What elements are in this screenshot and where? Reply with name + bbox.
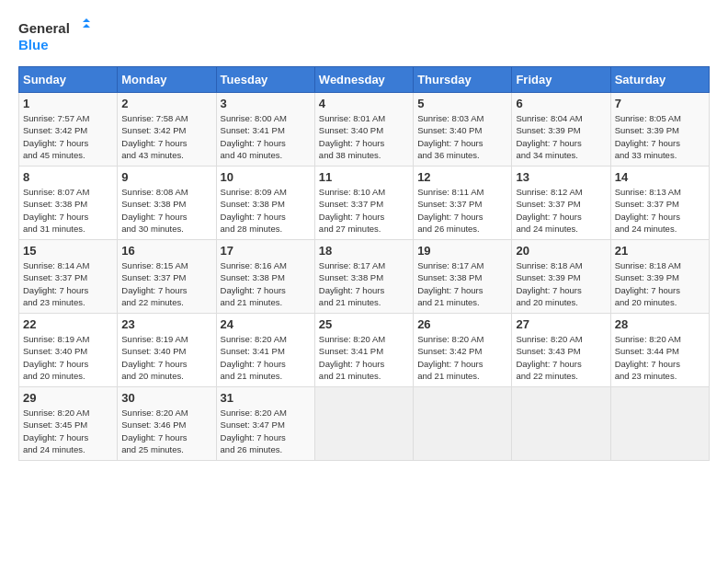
calendar-cell: 28Sunrise: 8:20 AMSunset: 3:44 PMDayligh…	[610, 314, 709, 387]
svg-marker-3	[83, 24, 90, 28]
day-info: Sunrise: 8:09 AMSunset: 3:38 PMDaylight:…	[221, 186, 311, 235]
calendar-week-row: 29Sunrise: 8:20 AMSunset: 3:45 PMDayligh…	[19, 387, 710, 461]
day-number: 17	[221, 244, 311, 258]
calendar-cell	[414, 387, 512, 461]
day-info: Sunrise: 8:19 AMSunset: 3:40 PMDaylight:…	[121, 333, 211, 382]
day-number: 8	[23, 170, 113, 184]
day-info: Sunrise: 8:19 AMSunset: 3:40 PMDaylight:…	[23, 333, 113, 382]
page-header: General Blue	[18, 18, 710, 57]
calendar-cell: 25Sunrise: 8:20 AMSunset: 3:41 PMDayligh…	[314, 314, 413, 387]
logo: General Blue	[18, 18, 92, 57]
day-number: 11	[319, 170, 409, 184]
day-number: 14	[615, 170, 705, 184]
day-info: Sunrise: 8:20 AMSunset: 3:42 PMDaylight:…	[417, 333, 507, 382]
day-header-tuesday: Tuesday	[216, 67, 314, 93]
calendar-cell: 21Sunrise: 8:18 AMSunset: 3:39 PMDayligh…	[610, 240, 709, 314]
calendar-body: 1Sunrise: 7:57 AMSunset: 3:42 PMDaylight…	[19, 93, 710, 461]
day-header-monday: Monday	[118, 67, 216, 93]
day-header-sunday: Sunday	[19, 67, 118, 93]
calendar-week-row: 1Sunrise: 7:57 AMSunset: 3:42 PMDaylight…	[19, 93, 710, 167]
day-number: 2	[121, 97, 211, 110]
day-info: Sunrise: 8:20 AMSunset: 3:46 PMDaylight:…	[121, 407, 211, 455]
day-number: 3	[221, 97, 311, 110]
svg-marker-2	[83, 18, 90, 22]
day-number: 12	[417, 170, 507, 184]
calendar-cell	[314, 387, 413, 461]
day-header-saturday: Saturday	[610, 67, 709, 93]
calendar-cell: 14Sunrise: 8:13 AMSunset: 3:37 PMDayligh…	[610, 167, 709, 240]
day-info: Sunrise: 8:08 AMSunset: 3:38 PMDaylight:…	[121, 186, 211, 235]
day-header-wednesday: Wednesday	[314, 67, 413, 93]
day-number: 4	[319, 97, 409, 110]
day-info: Sunrise: 8:18 AMSunset: 3:39 PMDaylight:…	[615, 259, 705, 308]
calendar-cell: 15Sunrise: 8:14 AMSunset: 3:37 PMDayligh…	[19, 240, 118, 314]
day-info: Sunrise: 8:18 AMSunset: 3:39 PMDaylight:…	[516, 259, 606, 308]
calendar-cell: 24Sunrise: 8:20 AMSunset: 3:41 PMDayligh…	[216, 314, 314, 387]
day-info: Sunrise: 8:17 AMSunset: 3:38 PMDaylight:…	[417, 259, 507, 308]
day-number: 7	[615, 97, 705, 110]
day-info: Sunrise: 8:20 AMSunset: 3:43 PMDaylight:…	[516, 333, 606, 382]
calendar-cell: 8Sunrise: 8:07 AMSunset: 3:38 PMDaylight…	[19, 167, 118, 240]
calendar-cell: 6Sunrise: 8:04 AMSunset: 3:39 PMDaylight…	[512, 93, 610, 167]
calendar-cell: 23Sunrise: 8:19 AMSunset: 3:40 PMDayligh…	[118, 314, 216, 387]
day-info: Sunrise: 8:04 AMSunset: 3:39 PMDaylight:…	[516, 112, 606, 161]
calendar-cell: 18Sunrise: 8:17 AMSunset: 3:38 PMDayligh…	[314, 240, 413, 314]
day-info: Sunrise: 8:20 AMSunset: 3:41 PMDaylight:…	[319, 333, 409, 382]
day-info: Sunrise: 8:15 AMSunset: 3:37 PMDaylight:…	[121, 259, 211, 308]
day-info: Sunrise: 8:03 AMSunset: 3:40 PMDaylight:…	[417, 112, 507, 161]
calendar-cell: 13Sunrise: 8:12 AMSunset: 3:37 PMDayligh…	[512, 167, 610, 240]
svg-text:Blue: Blue	[18, 37, 49, 52]
day-number: 23	[121, 317, 211, 331]
day-number: 26	[417, 317, 507, 331]
day-number: 25	[319, 317, 409, 331]
calendar-table: SundayMondayTuesdayWednesdayThursdayFrid…	[18, 66, 710, 461]
day-info: Sunrise: 7:57 AMSunset: 3:42 PMDaylight:…	[23, 112, 113, 161]
day-number: 13	[516, 170, 606, 184]
day-info: Sunrise: 8:17 AMSunset: 3:38 PMDaylight:…	[319, 259, 409, 308]
day-info: Sunrise: 8:05 AMSunset: 3:39 PMDaylight:…	[615, 112, 705, 161]
calendar-cell: 29Sunrise: 8:20 AMSunset: 3:45 PMDayligh…	[19, 387, 118, 461]
day-number: 9	[121, 170, 211, 184]
calendar-cell: 7Sunrise: 8:05 AMSunset: 3:39 PMDaylight…	[610, 93, 709, 167]
calendar-header-row: SundayMondayTuesdayWednesdayThursdayFrid…	[19, 67, 710, 93]
day-info: Sunrise: 8:20 AMSunset: 3:45 PMDaylight:…	[23, 407, 113, 455]
day-number: 29	[23, 391, 113, 405]
day-number: 16	[121, 244, 211, 258]
day-number: 20	[516, 244, 606, 258]
day-info: Sunrise: 8:16 AMSunset: 3:38 PMDaylight:…	[221, 259, 311, 308]
day-number: 1	[23, 97, 113, 110]
calendar-cell: 22Sunrise: 8:19 AMSunset: 3:40 PMDayligh…	[19, 314, 118, 387]
calendar-cell: 17Sunrise: 8:16 AMSunset: 3:38 PMDayligh…	[216, 240, 314, 314]
calendar-cell: 12Sunrise: 8:11 AMSunset: 3:37 PMDayligh…	[414, 167, 512, 240]
calendar-cell: 10Sunrise: 8:09 AMSunset: 3:38 PMDayligh…	[216, 167, 314, 240]
day-header-thursday: Thursday	[414, 67, 512, 93]
calendar-week-row: 15Sunrise: 8:14 AMSunset: 3:37 PMDayligh…	[19, 240, 710, 314]
day-number: 6	[516, 97, 606, 110]
calendar-cell: 2Sunrise: 7:58 AMSunset: 3:42 PMDaylight…	[118, 93, 216, 167]
day-info: Sunrise: 8:13 AMSunset: 3:37 PMDaylight:…	[615, 186, 705, 235]
day-number: 18	[319, 244, 409, 258]
day-info: Sunrise: 8:20 AMSunset: 3:47 PMDaylight:…	[221, 407, 311, 455]
day-info: Sunrise: 8:01 AMSunset: 3:40 PMDaylight:…	[319, 112, 409, 161]
day-number: 31	[221, 391, 311, 405]
calendar-cell: 1Sunrise: 7:57 AMSunset: 3:42 PMDaylight…	[19, 93, 118, 167]
day-number: 28	[615, 317, 705, 331]
calendar-cell: 11Sunrise: 8:10 AMSunset: 3:37 PMDayligh…	[314, 167, 413, 240]
day-info: Sunrise: 8:20 AMSunset: 3:41 PMDaylight:…	[221, 333, 311, 382]
day-number: 21	[615, 244, 705, 258]
calendar-week-row: 22Sunrise: 8:19 AMSunset: 3:40 PMDayligh…	[19, 314, 710, 387]
day-number: 27	[516, 317, 606, 331]
day-number: 5	[417, 97, 507, 110]
calendar-cell: 4Sunrise: 8:01 AMSunset: 3:40 PMDaylight…	[314, 93, 413, 167]
day-number: 30	[121, 391, 211, 405]
day-info: Sunrise: 8:14 AMSunset: 3:37 PMDaylight:…	[23, 259, 113, 308]
day-info: Sunrise: 8:10 AMSunset: 3:37 PMDaylight:…	[319, 186, 409, 235]
calendar-cell	[610, 387, 709, 461]
svg-text:General: General	[18, 20, 70, 36]
calendar-cell: 31Sunrise: 8:20 AMSunset: 3:47 PMDayligh…	[216, 387, 314, 461]
day-number: 24	[221, 317, 311, 331]
day-info: Sunrise: 8:11 AMSunset: 3:37 PMDaylight:…	[417, 186, 507, 235]
calendar-cell: 27Sunrise: 8:20 AMSunset: 3:43 PMDayligh…	[512, 314, 610, 387]
day-number: 22	[23, 317, 113, 331]
day-header-friday: Friday	[512, 67, 610, 93]
